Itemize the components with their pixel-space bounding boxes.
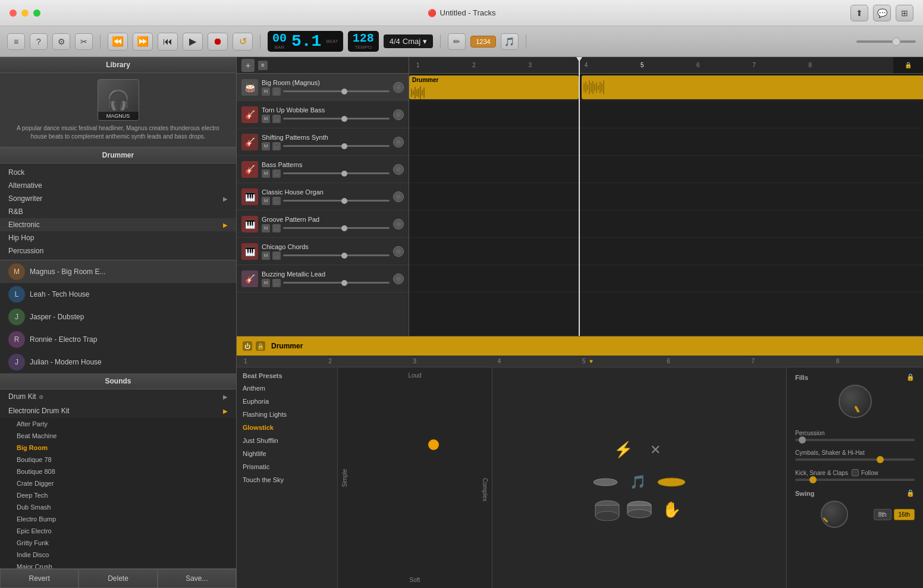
track-volume-slider[interactable] <box>283 282 390 284</box>
track-volume-slider[interactable] <box>283 172 390 174</box>
mute-button[interactable]: M <box>262 87 270 96</box>
headphones-icon[interactable]: 🎧 <box>272 279 281 287</box>
track-pan-dial[interactable] <box>393 191 404 202</box>
revert-button[interactable]: Revert <box>0 569 79 588</box>
maximize-button[interactable] <box>33 10 40 17</box>
preset-leah[interactable]: L Leah - Tech House <box>0 283 236 306</box>
master-volume-slider[interactable] <box>856 40 916 43</box>
help-button[interactable]: ? <box>30 33 48 50</box>
tuner-button[interactable]: 🎵 <box>501 33 519 50</box>
rewind-button[interactable]: ⏪ <box>108 33 128 51</box>
save-button[interactable]: Save... <box>158 569 236 588</box>
to-start-button[interactable]: ⏮ <box>158 33 178 51</box>
smart-controls-button[interactable]: 1234 <box>470 36 495 48</box>
snare-icon[interactable] <box>626 499 652 521</box>
region-drummer-pre[interactable]: Drummer <box>409 76 579 99</box>
track-region-torn-up[interactable] <box>409 101 923 128</box>
add-track-button[interactable]: + <box>241 59 255 72</box>
sound-beat-machine[interactable]: Beat Machine <box>0 430 236 442</box>
mute-button[interactable]: M <box>262 279 270 287</box>
track-pan-dial[interactable] <box>393 164 404 175</box>
sound-major-crush[interactable]: Major Crush <box>0 561 236 568</box>
headphones-icon[interactable]: 🎧 <box>272 87 281 96</box>
track-volume-slider[interactable] <box>283 118 390 120</box>
preset-prismatic[interactable]: Prismatic <box>237 460 337 473</box>
track-region-drummer[interactable]: Drummer <box>409 74 923 101</box>
pencil-button[interactable]: ✏ <box>448 33 466 50</box>
cycle-button[interactable]: ↺ <box>233 33 253 51</box>
slider-thumb[interactable] <box>341 253 347 259</box>
volume-thumb[interactable] <box>892 37 900 46</box>
preset-euphoria[interactable]: Euphoria <box>237 395 337 408</box>
sound-epic-electro[interactable]: Epic Electro <box>0 525 236 537</box>
cymbals-slider-thumb[interactable] <box>877 456 884 463</box>
track-pan-dial[interactable] <box>393 137 404 147</box>
track-volume-slider[interactable] <box>283 90 390 92</box>
tom-icon[interactable] <box>594 499 620 521</box>
track-region-classic[interactable] <box>409 183 923 210</box>
sidebar-item-songwriter[interactable]: Songwriter ▶ <box>0 192 236 205</box>
sound-cat-elec-drum[interactable]: Electronic Drum Kit ▶ <box>0 404 236 418</box>
sound-electro-bump[interactable]: Electro Bump <box>0 513 236 525</box>
headphones-icon[interactable]: 🎧 <box>272 197 281 205</box>
note-16th-button[interactable]: 16th <box>894 509 915 520</box>
mute-button[interactable]: M <box>262 142 270 150</box>
drum-kit-add-icon[interactable]: ⊕ <box>39 394 43 400</box>
mute-button[interactable]: M <box>262 197 270 205</box>
preset-nightlife[interactable]: Nightlife <box>237 447 337 460</box>
track-volume-slider[interactable] <box>283 145 390 147</box>
track-options-button[interactable]: ≡ <box>258 61 268 70</box>
preset-touch-sky[interactable]: Touch the Sky <box>237 473 337 486</box>
follow-checkbox[interactable] <box>852 469 859 476</box>
share-button[interactable]: ⬆ <box>850 5 868 21</box>
track-item-big-room[interactable]: 🥁 Big Room (Magnus) M 🎧 <box>237 74 409 101</box>
sound-boutique-78[interactable]: Boutique 78 <box>0 454 236 466</box>
xy-control-dot[interactable] <box>428 439 439 450</box>
close-button[interactable] <box>10 10 17 17</box>
xy-pad[interactable]: Loud Soft Simple Complex <box>338 367 492 588</box>
preset-flashing-lights[interactable]: Flashing Lights <box>237 408 337 421</box>
preset-glowstick[interactable]: Glowstick <box>237 421 337 434</box>
sound-gritty-funk[interactable]: Gritty Funk <box>0 537 236 549</box>
percussion-slider-thumb[interactable] <box>799 436 806 444</box>
sound-dub-smash[interactable]: Dub Smash <box>0 501 236 513</box>
preset-just-shufflin[interactable]: Just Shufflin <box>237 434 337 447</box>
sidebar-item-percussion[interactable]: Percussion <box>0 244 236 257</box>
track-pan-dial[interactable] <box>393 219 404 229</box>
preset-jasper[interactable]: J Jasper - Dubstep <box>0 306 236 328</box>
play-button[interactable]: ▶ <box>183 33 203 51</box>
track-item-buzzing[interactable]: 🎸 Buzzing Metallic Lead M 🎧 <box>237 265 409 293</box>
track-pan-dial[interactable] <box>393 246 404 257</box>
sidebar-item-electronic[interactable]: Electronic ▶ <box>0 218 236 231</box>
fills-lock-icon[interactable]: 🔒 <box>906 373 915 381</box>
lightning-button[interactable]: ⚡ <box>610 441 636 459</box>
headphones-icon[interactable]: 🎧 <box>272 115 281 123</box>
drummer-header-power[interactable]: ⏻ <box>243 341 252 351</box>
sound-indie-disco[interactable]: Indie Disco <box>0 549 236 561</box>
sound-cat-drum-kit[interactable]: Drum Kit ⊕ ▶ <box>0 389 236 404</box>
sound-big-room[interactable]: Big Room <box>0 442 236 454</box>
slider-thumb[interactable] <box>341 89 347 95</box>
swing-knob[interactable] <box>821 501 848 528</box>
library-button[interactable]: ≡ <box>7 33 25 50</box>
kick-slider-thumb[interactable] <box>809 476 817 483</box>
x-button[interactable]: ✕ <box>642 442 668 458</box>
delete-button[interactable]: Delete <box>79 569 157 588</box>
preset-julian[interactable]: J Julian - Modern House <box>0 351 236 373</box>
mute-button[interactable]: M <box>262 251 270 260</box>
sidebar-item-hiphop[interactable]: Hip Hop <box>0 231 236 244</box>
preset-magnus[interactable]: M Magnus - Big Room E... <box>0 260 236 283</box>
mute-button[interactable]: M <box>262 224 270 232</box>
sound-boutique-808[interactable]: Boutique 808 <box>0 466 236 477</box>
drummer-header-lock[interactable]: 🔒 <box>256 341 265 351</box>
track-region-groove[interactable] <box>409 210 923 238</box>
slider-thumb[interactable] <box>341 198 347 204</box>
slider-thumb[interactable] <box>341 280 347 286</box>
track-volume-slider[interactable] <box>283 227 390 229</box>
track-item-bass-patterns[interactable]: 🎸 Bass Patterns M 🎧 <box>237 156 409 183</box>
headphones-icon[interactable]: 🎧 <box>272 142 281 150</box>
slider-thumb[interactable] <box>341 225 347 231</box>
sound-deep-tech[interactable]: Deep Tech <box>0 489 236 501</box>
swing-lock-icon[interactable]: 🔒 <box>906 489 915 497</box>
headphones-icon[interactable]: 🎧 <box>272 169 281 178</box>
